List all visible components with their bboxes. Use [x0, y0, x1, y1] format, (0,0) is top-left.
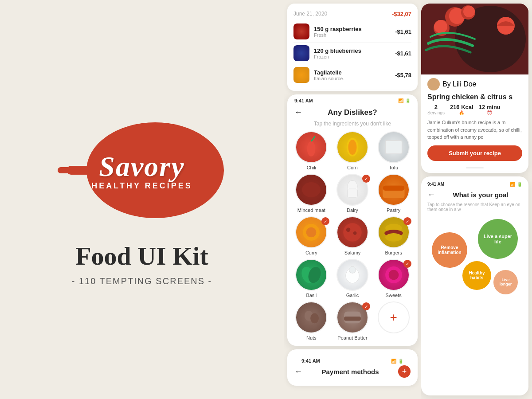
- screens-count: - 110 TEMPTING SCREENS -: [72, 276, 212, 286]
- add-circle[interactable]: +: [378, 301, 410, 333]
- recipe-card: By Lili Doe Spring chicken & citrus s 2 …: [421, 4, 528, 173]
- payment-card: 9:41 AM 📶 🔋 ← Payment methods +: [287, 349, 418, 386]
- ingredient-label: Dairy: [347, 207, 358, 213]
- svg-point-27: [310, 313, 319, 324]
- ingredient-sweets[interactable]: ✓ Sweets: [375, 259, 412, 298]
- ingredient-garlic[interactable]: Garlic: [334, 259, 372, 298]
- recipe-description: Jamie Cullum's brunch recipe is a m comb…: [421, 119, 528, 145]
- ingredient-curry[interactable]: ✓ Curry: [293, 216, 330, 255]
- goal-bubble-live-super[interactable]: Live a super life: [478, 219, 518, 259]
- receipt-item: 150 g raspberries Fresh -$1,61: [293, 21, 411, 43]
- logo-text: Savory HEALTHY RECIPES: [91, 150, 192, 191]
- ingredient-basil[interactable]: Basil: [293, 259, 330, 298]
- left-panel: Savory HEALTHY RECIPES Food UI Kit - 110…: [0, 0, 284, 399]
- goal-bubble-live-longer[interactable]: Live longer: [493, 270, 518, 294]
- ingredient-label: Minced meat: [297, 207, 325, 213]
- recipe-author: By Lili Doe: [421, 74, 528, 92]
- ingredient-dairy[interactable]: ✓ Dairy: [334, 174, 372, 213]
- receipt-date-row: June 21, 2020 -$32,07: [293, 9, 411, 21]
- add-payment-button[interactable]: +: [398, 365, 411, 378]
- ingredient-label: Nuts: [306, 335, 317, 340]
- author-name: By Lili Doe: [442, 80, 476, 88]
- receipt-item-price: -$1,61: [395, 50, 411, 57]
- dislikes-subtitle: Tap the ingredients you don't like: [287, 121, 418, 131]
- ingredient-image: [378, 131, 410, 163]
- time-label: ⏰: [487, 110, 492, 115]
- receipt-date: June 21, 2020: [293, 11, 327, 17]
- ingredient-image: [295, 131, 327, 163]
- svg-point-23: [349, 266, 356, 273]
- ingredient-label: Peanut Butter: [337, 335, 367, 340]
- ingredient-pastry[interactable]: Pastry: [375, 174, 412, 213]
- ingredient-peanut-butter[interactable]: ✓ Peanut Butter: [334, 301, 372, 340]
- ingredient-label: Salamy: [344, 250, 361, 255]
- goals-card: 9:41 AM 📶 🔋 ← What is your goal Tap to c…: [421, 176, 528, 396]
- svg-point-39: [431, 80, 436, 85]
- svg-point-13: [306, 227, 317, 238]
- goal-bubble-remove-inflamation[interactable]: Remove inflamation: [432, 232, 467, 268]
- goals-status-bar: 9:41 AM 📶 🔋: [427, 182, 522, 187]
- kit-name: Food UI Kit: [75, 241, 208, 271]
- goals-header: ← What is your goal: [427, 190, 522, 200]
- wifi-icon: 🔋: [405, 98, 411, 103]
- ingredient-burgers[interactable]: ✓ Burgers: [375, 216, 412, 255]
- receipt-food-sub: Frozen: [314, 54, 361, 59]
- ingredient-label: Chili: [307, 165, 316, 170]
- goals-back-button[interactable]: ←: [427, 190, 435, 200]
- goal-bubble-healthy-habits[interactable]: Healthy habits: [462, 261, 491, 290]
- signal-icon-payment: 📶: [391, 359, 396, 364]
- ingredient-image: [295, 259, 327, 291]
- right-panels: June 21, 2020 -$32,07 150 g raspberries …: [284, 0, 532, 399]
- back-button[interactable]: ←: [294, 108, 302, 117]
- ingredient-minced-meat[interactable]: Minced meat: [293, 174, 330, 213]
- middle-column: June 21, 2020 -$32,07 150 g raspberries …: [284, 0, 421, 399]
- svg-rect-2: [58, 167, 80, 173]
- goals-bubbles: Remove inflamation Live a super life Hea…: [427, 219, 522, 299]
- receipt-total: -$32,07: [392, 11, 411, 17]
- ingredient-tofu[interactable]: Tofu: [375, 131, 412, 170]
- payment-back-button[interactable]: ←: [294, 367, 302, 376]
- logo-container: Savory HEALTHY RECIPES: [58, 113, 226, 228]
- ingredient-chili[interactable]: Chili: [293, 131, 330, 170]
- goals-battery-icon: 🔋: [517, 182, 522, 187]
- app-tagline: HEALTHY RECIPES: [91, 181, 192, 191]
- svg-point-19: [385, 233, 402, 242]
- ingredient-corn[interactable]: Corn: [334, 131, 372, 170]
- add-ingredient[interactable]: +: [375, 301, 412, 340]
- status-bar: 9:41 AM 📶 🔋: [287, 94, 418, 105]
- receipt-food-name: Tagliatelle: [314, 69, 344, 76]
- svg-point-7: [302, 182, 321, 197]
- selected-badge: ✓: [403, 260, 411, 268]
- goals-signal-icon: 📶: [510, 182, 515, 187]
- ingredient-nuts[interactable]: Nuts: [293, 301, 330, 340]
- food-image-tagliatelle: [293, 67, 309, 83]
- time-value: 12 minu: [479, 104, 501, 110]
- recipe-stat-time: 12 minu ⏰: [479, 104, 501, 115]
- payment-time: 9:41 AM: [301, 358, 320, 364]
- svg-point-16: [353, 231, 357, 235]
- recipe-stat-servings: 2 Servings: [427, 104, 445, 115]
- selected-badge: ✓: [321, 217, 329, 225]
- ingredient-image: [336, 259, 368, 291]
- submit-recipe-button[interactable]: Submit your recipe: [427, 145, 522, 161]
- recipe-title: Spring chicken & citrus s: [421, 92, 528, 104]
- payment-status-bar: 9:41 AM 📶 🔋: [294, 355, 411, 365]
- receipt-item-price: -$5,78: [395, 72, 411, 78]
- selected-badge: ✓: [362, 302, 370, 310]
- app-name: Savory: [91, 150, 192, 183]
- svg-point-35: [434, 20, 447, 33]
- recipe-stat-kcal: 216 Kcal 🔥: [450, 104, 473, 115]
- svg-point-40: [429, 86, 438, 90]
- svg-point-15: [346, 228, 350, 232]
- ingredient-label: Burgers: [385, 250, 402, 255]
- ingredient-salamy[interactable]: Salamy: [334, 216, 372, 255]
- payment-title: Payment methods: [321, 368, 379, 376]
- svg-rect-6: [385, 141, 402, 154]
- ingredient-label: Tofu: [389, 165, 398, 170]
- ingredient-label: Garlic: [346, 293, 359, 298]
- dislikes-header: ← Any Dislikes?: [287, 105, 418, 121]
- svg-rect-29: [344, 317, 361, 321]
- ingredient-label: Sweets: [386, 293, 402, 298]
- far-right-column: By Lili Doe Spring chicken & citrus s 2 …: [421, 0, 532, 399]
- receipt-item: 120 g blueberries Frozen -$1,61: [293, 43, 411, 64]
